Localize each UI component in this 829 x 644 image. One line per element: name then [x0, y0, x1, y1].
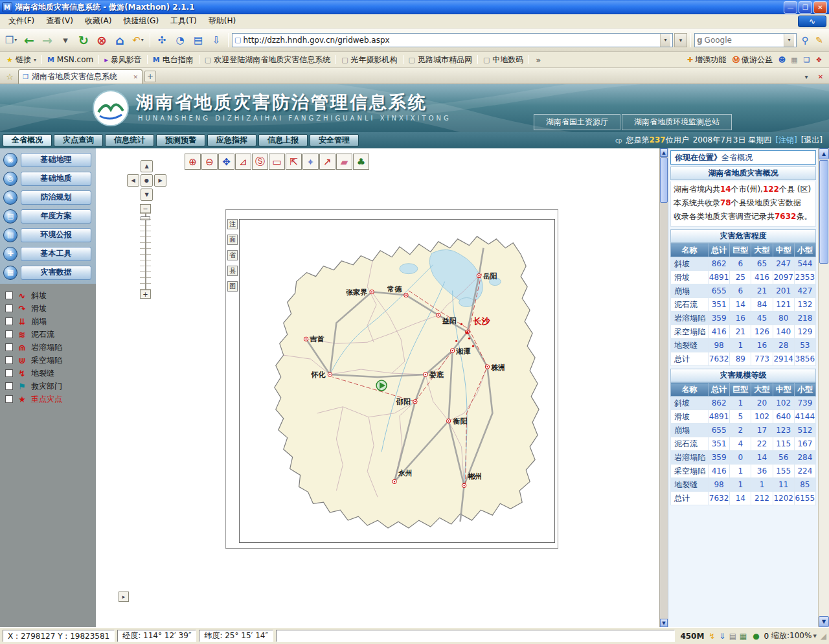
legend-checkbox[interactable]	[5, 382, 13, 390]
measure-tool[interactable]: ⊿	[235, 154, 251, 170]
legend-checkbox[interactable]	[5, 330, 13, 338]
map-layer-button[interactable]: 县	[227, 266, 238, 276]
map-hscroll-button[interactable]: ▸	[119, 592, 129, 602]
tab-close-icon[interactable]: ✕	[133, 74, 138, 80]
legend-checkbox[interactable]	[5, 369, 13, 377]
refresh-button-icon[interactable]: ↻	[75, 32, 92, 49]
zoom-out-tool[interactable]: ⊖	[201, 154, 218, 170]
search-button-icon[interactable]: ⚲	[798, 32, 812, 48]
links-menu[interactable]: ★ 链接 ▾	[4, 53, 39, 67]
legend-checkbox[interactable]	[5, 356, 13, 364]
nav-tab-2[interactable]: 灾点查询	[54, 134, 103, 146]
pan-right-button[interactable]: ▶	[154, 174, 166, 187]
menu-item[interactable]: 帮助(H)	[203, 14, 242, 29]
exit-link[interactable]: [退出]	[801, 135, 823, 146]
menu-item[interactable]: 文件(F)	[3, 14, 40, 29]
nav-tab-7[interactable]: 安全管理	[310, 134, 359, 146]
select-arrow-tool[interactable]: ⇱	[286, 154, 302, 170]
map-layer-button[interactable]: 省	[227, 250, 238, 260]
logout-link[interactable]: [注销]	[775, 135, 797, 146]
nav-tab-3[interactable]: 信息统计	[105, 134, 154, 146]
gift-icon[interactable]: ❖	[813, 54, 824, 65]
sidebar-button[interactable]: 基本工具	[21, 247, 91, 261]
search-input[interactable]	[705, 36, 782, 45]
feed-icon[interactable]: ▦	[738, 632, 748, 641]
gps-marker[interactable]	[376, 380, 387, 391]
pan-left-button[interactable]: ◀	[127, 174, 139, 187]
auto-refresh-button-icon[interactable]: ◔	[172, 32, 188, 49]
menu-item[interactable]: 查看(V)	[40, 14, 79, 29]
link-item[interactable]: ▢欢迎登陆湖南省地质灾害信息系统	[202, 53, 333, 67]
scroll-down-icon[interactable]: ▼	[819, 616, 829, 627]
map-layer-button[interactable]: 注	[227, 219, 238, 229]
grid-icon[interactable]: ▦	[789, 54, 800, 65]
download-button-icon[interactable]: ⇩	[208, 32, 225, 49]
legend-checkbox[interactable]	[5, 305, 13, 312]
favorites-star-icon[interactable]: ☆	[3, 70, 17, 83]
eraser-tool[interactable]: ▰	[336, 154, 352, 170]
window-scrollbar[interactable]: ▲ ▼	[818, 148, 829, 627]
scroll-thumb[interactable]	[819, 160, 828, 264]
tab-active[interactable]: ❐ 湖南省地质灾害信息系统 ✕	[18, 69, 142, 84]
link-item[interactable]: ▸暴风影音	[102, 53, 144, 67]
scroll-up-icon[interactable]: ▲	[660, 148, 668, 157]
pan-up-button[interactable]: ▲	[141, 160, 153, 172]
legend-checkbox[interactable]	[5, 343, 13, 351]
highlight-button-icon[interactable]: ✎	[812, 32, 826, 48]
links-overflow-icon[interactable]: »	[536, 55, 541, 65]
link-item[interactable]: M电台指南	[150, 53, 196, 67]
maximize-button[interactable]: ❐	[799, 1, 812, 14]
menu-item[interactable]: 收藏(A)	[79, 14, 118, 29]
link-item[interactable]: MMSN.com	[45, 54, 96, 65]
legend-checkbox[interactable]	[5, 317, 13, 325]
zoom-in-button[interactable]: +	[140, 290, 151, 299]
user-icon[interactable]: ☻	[777, 54, 788, 65]
panel-scrollbar[interactable]: ▲ ▼	[659, 148, 668, 627]
pan-down-button[interactable]: ▼	[141, 189, 153, 201]
link-item[interactable]: ▢觅路城市精品网	[406, 53, 475, 67]
notes-status-icon[interactable]: ▤	[727, 632, 738, 641]
nav-tab-4[interactable]: 预测预警	[156, 134, 205, 146]
extension-link[interactable]: Ⓜ傲游公益	[732, 54, 773, 65]
close-button[interactable]: ✕	[813, 1, 827, 14]
zoom-track[interactable]	[140, 213, 151, 290]
full-extent-tool[interactable]: Ⓢ	[252, 154, 268, 170]
legend-checkbox[interactable]	[5, 395, 13, 403]
stop-button-icon[interactable]: ⊗	[93, 32, 110, 49]
address-input[interactable]	[243, 36, 658, 45]
close-tab-icon[interactable]: ✕	[815, 71, 826, 82]
draw-line-tool[interactable]: ↗	[319, 154, 335, 170]
zoom-control[interactable]: 缩放:100%▼	[771, 630, 817, 641]
download-status-icon[interactable]: ⇓	[717, 632, 727, 641]
nav-tab-5[interactable]: 应急指挥	[207, 134, 256, 146]
extension-link[interactable]: ✚增强功能	[687, 54, 726, 65]
banner-link[interactable]: 湖南省国土资源厅	[534, 114, 620, 130]
layer-tree-tool[interactable]: ♣	[353, 154, 369, 170]
search-engine-dropdown-icon[interactable]: ▾	[784, 34, 794, 47]
zoom-out-button[interactable]: −	[140, 204, 151, 213]
nav-tab-1[interactable]: 全省概况	[3, 134, 52, 146]
select-rect-tool[interactable]: ▭	[269, 154, 285, 170]
menu-item[interactable]: 工具(T)	[165, 14, 203, 29]
sidebar-button[interactable]: 年度方案	[21, 209, 91, 224]
scroll-up-icon[interactable]: ▲	[819, 148, 829, 159]
sidebar-button[interactable]: 防治规划	[21, 190, 91, 205]
banner-link[interactable]: 湖南省地质环境监测总站	[622, 114, 732, 130]
address-dropdown-icon[interactable]: ▾	[660, 34, 670, 47]
identify-tool[interactable]: ⌖	[302, 154, 319, 170]
province-map[interactable]: 张家界常德岳阳益阳长沙★吉首湘潭株洲娄底怀化邵阳衡阳永州郴州	[239, 219, 555, 543]
maxthon-logo-icon[interactable]: ∿	[798, 16, 826, 27]
chat-icon[interactable]: ❏	[801, 54, 812, 65]
forward-button-icon[interactable]: →	[39, 32, 56, 49]
sidebar-button[interactable]: 基础地理	[21, 153, 91, 167]
sidebar-button[interactable]: 灾害数据	[21, 266, 91, 280]
pan-tool[interactable]: ✥	[218, 154, 234, 170]
zoom-thumb[interactable]	[141, 216, 150, 220]
pan-center-button[interactable]: ●	[141, 174, 153, 187]
zoom-in-tool[interactable]: ⊕	[185, 154, 201, 170]
map-layer-button[interactable]: 面	[227, 235, 238, 245]
connection-icon[interactable]: ↯	[707, 632, 717, 641]
filter-shield-icon[interactable]: ●	[751, 632, 761, 641]
scroll-thumb[interactable]	[660, 157, 668, 203]
menu-item[interactable]: 快捷组(G)	[117, 14, 165, 29]
